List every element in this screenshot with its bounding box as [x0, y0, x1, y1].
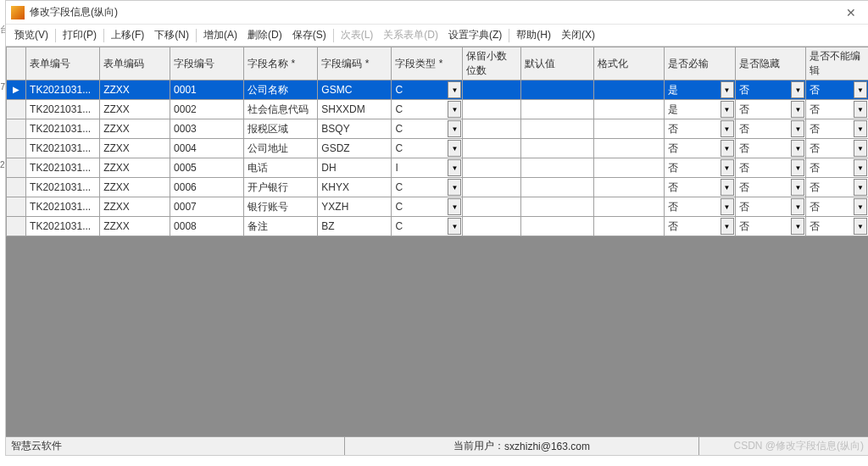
cell-decimals[interactable]: [463, 80, 520, 100]
cell-required[interactable]: 是▼: [664, 80, 735, 100]
cell-hidden[interactable]: 否▼: [735, 100, 806, 119]
dropdown-icon[interactable]: ▼: [791, 218, 804, 235]
col-fieldType[interactable]: 字段类型 *: [392, 47, 463, 80]
toolbar-打印p[interactable]: 打印(P): [58, 28, 102, 42]
cell-decimals[interactable]: [463, 139, 520, 158]
cell-noedit[interactable]: 否▼: [806, 217, 868, 236]
cell-required[interactable]: 否▼: [664, 158, 735, 178]
dropdown-icon[interactable]: ▼: [854, 140, 867, 157]
cell-formId[interactable]: TK2021031...: [26, 217, 100, 236]
col-decimals[interactable]: 保留小数位数: [463, 47, 520, 80]
cell-fieldCode[interactable]: SHXXDM: [318, 100, 392, 119]
cell-decimals[interactable]: [463, 197, 520, 217]
cell-fieldCode[interactable]: GSMC: [318, 80, 392, 100]
cell-formCode[interactable]: ZZXX: [100, 158, 170, 178]
cell-format[interactable]: [593, 217, 664, 236]
cell-format[interactable]: [593, 119, 664, 139]
cell-noedit[interactable]: 否▼: [806, 197, 868, 217]
cell-noedit[interactable]: 否▼: [806, 139, 868, 158]
cell-defaultVal[interactable]: [520, 217, 593, 236]
cell-defaultVal[interactable]: [520, 139, 593, 158]
dropdown-icon[interactable]: ▼: [721, 101, 734, 118]
row-header[interactable]: [7, 217, 26, 236]
cell-formCode[interactable]: ZZXX: [100, 197, 170, 217]
table-row[interactable]: TK2021031...ZZXX0008备注BZC▼否▼否▼否▼: [7, 217, 869, 236]
cell-hidden[interactable]: 否▼: [735, 119, 806, 139]
table-row[interactable]: TK2021031...ZZXX0002社会信息代码SHXXDMC▼是▼否▼否▼: [7, 100, 869, 119]
cell-fieldName[interactable]: 开户银行: [244, 178, 318, 197]
toolbar-关闭x[interactable]: 关闭(X): [556, 28, 600, 42]
cell-fieldCode[interactable]: GSDZ: [318, 139, 392, 158]
table-row[interactable]: TK2021031...ZZXX0007银行账号YXZHC▼否▼否▼否▼: [7, 197, 869, 217]
cell-formCode[interactable]: ZZXX: [100, 217, 170, 236]
cell-format[interactable]: [593, 197, 664, 217]
row-header[interactable]: ▶: [7, 80, 26, 100]
cell-formCode[interactable]: ZZXX: [100, 80, 170, 100]
cell-noedit[interactable]: 否▼: [806, 119, 868, 139]
dropdown-icon[interactable]: ▼: [448, 198, 461, 215]
cell-fieldType[interactable]: C▼: [392, 197, 463, 217]
col-formId[interactable]: 表单编号: [26, 47, 100, 80]
cell-decimals[interactable]: [463, 119, 520, 139]
cell-noedit[interactable]: 否▼: [806, 100, 868, 119]
cell-fieldNo[interactable]: 0001: [170, 80, 244, 100]
cell-hidden[interactable]: 否▼: [735, 197, 806, 217]
cell-fieldNo[interactable]: 0004: [170, 139, 244, 158]
dropdown-icon[interactable]: ▼: [791, 179, 804, 196]
cell-hidden[interactable]: 否▼: [735, 178, 806, 197]
cell-format[interactable]: [593, 178, 664, 197]
cell-fieldNo[interactable]: 0002: [170, 100, 244, 119]
cell-hidden[interactable]: 否▼: [735, 139, 806, 158]
cell-hidden[interactable]: 否▼: [735, 158, 806, 178]
toolbar-上移f[interactable]: 上移(F): [106, 28, 149, 42]
dropdown-icon[interactable]: ▼: [721, 198, 734, 215]
dropdown-icon[interactable]: ▼: [854, 81, 867, 98]
table-row[interactable]: TK2021031...ZZXX0004公司地址GSDZC▼否▼否▼否▼: [7, 139, 869, 158]
dropdown-icon[interactable]: ▼: [721, 81, 734, 98]
cell-format[interactable]: [593, 100, 664, 119]
cell-required[interactable]: 否▼: [664, 197, 735, 217]
cell-required[interactable]: 是▼: [664, 100, 735, 119]
cell-fieldName[interactable]: 报税区域: [244, 119, 318, 139]
cell-fieldName[interactable]: 备注: [244, 217, 318, 236]
dropdown-icon[interactable]: ▼: [448, 218, 461, 235]
cell-hidden[interactable]: 否▼: [735, 80, 806, 100]
cell-defaultVal[interactable]: [520, 158, 593, 178]
cell-fieldType[interactable]: C▼: [392, 80, 463, 100]
dropdown-icon[interactable]: ▼: [448, 120, 461, 137]
cell-defaultVal[interactable]: [520, 119, 593, 139]
cell-fieldType[interactable]: C▼: [392, 217, 463, 236]
cell-fieldNo[interactable]: 0007: [170, 197, 244, 217]
toolbar-设置字典z[interactable]: 设置字典(Z): [443, 28, 507, 42]
dropdown-icon[interactable]: ▼: [854, 198, 867, 215]
cell-formId[interactable]: TK2021031...: [26, 100, 100, 119]
dropdown-icon[interactable]: ▼: [854, 101, 867, 118]
table-row[interactable]: TK2021031...ZZXX0006开户银行KHYXC▼否▼否▼否▼: [7, 178, 869, 197]
col-fieldCode[interactable]: 字段编码 *: [318, 47, 392, 80]
col-format[interactable]: 格式化: [593, 47, 664, 80]
cell-fieldType[interactable]: C▼: [392, 119, 463, 139]
cell-format[interactable]: [593, 80, 664, 100]
dropdown-icon[interactable]: ▼: [721, 120, 734, 137]
cell-formCode[interactable]: ZZXX: [100, 139, 170, 158]
cell-fieldName[interactable]: 公司地址: [244, 139, 318, 158]
cell-format[interactable]: [593, 158, 664, 178]
dropdown-icon[interactable]: ▼: [791, 81, 804, 98]
toolbar-保存s[interactable]: 保存(S): [287, 28, 331, 42]
dropdown-icon[interactable]: ▼: [448, 159, 461, 176]
cell-formId[interactable]: TK2021031...: [26, 197, 100, 217]
row-header[interactable]: [7, 197, 26, 217]
cell-noedit[interactable]: 否▼: [806, 178, 868, 197]
cell-fieldNo[interactable]: 0003: [170, 119, 244, 139]
row-header[interactable]: [7, 139, 26, 158]
dropdown-icon[interactable]: ▼: [448, 81, 461, 98]
cell-hidden[interactable]: 否▼: [735, 217, 806, 236]
cell-defaultVal[interactable]: [520, 80, 593, 100]
toolbar-增加a[interactable]: 增加(A): [198, 28, 242, 42]
toolbar-预览v[interactable]: 预览(V): [9, 28, 53, 42]
cell-required[interactable]: 否▼: [664, 178, 735, 197]
cell-formId[interactable]: TK2021031...: [26, 178, 100, 197]
cell-format[interactable]: [593, 139, 664, 158]
cell-fieldNo[interactable]: 0006: [170, 178, 244, 197]
row-header[interactable]: [7, 158, 26, 178]
